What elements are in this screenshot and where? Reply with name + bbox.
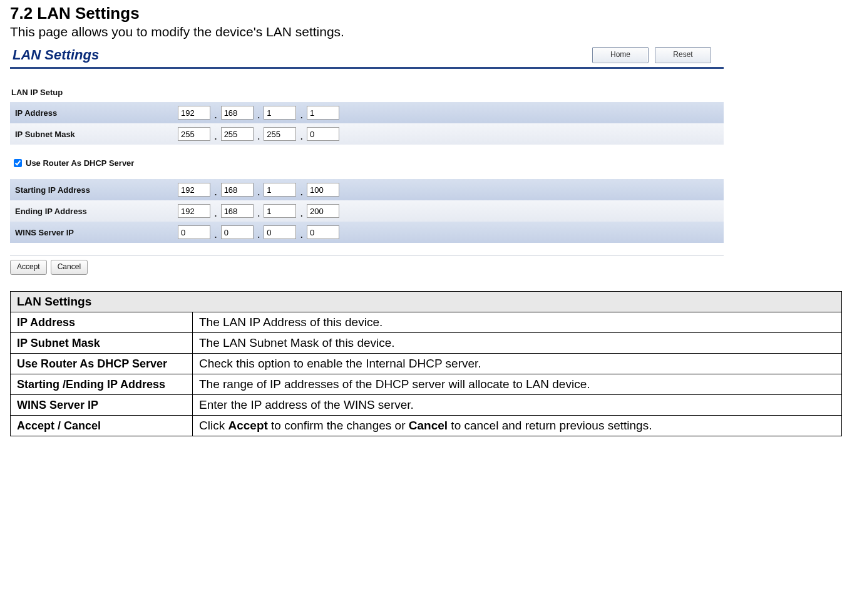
ip-dot: . xyxy=(210,210,218,216)
desc-value: Check this option to enable the Internal… xyxy=(193,354,842,374)
ip-dot: . xyxy=(254,133,262,139)
ip-dot: . xyxy=(210,111,218,118)
lan-settings-description-table: LAN Settings IP Address The LAN IP Addre… xyxy=(10,291,842,436)
table-row: IP Subnet Mask The LAN Subnet Mask of th… xyxy=(11,333,842,354)
starting-ip-row: Starting IP Address . . . xyxy=(10,179,724,200)
ip-dot: . xyxy=(254,188,262,195)
header-divider xyxy=(10,67,724,69)
desc-key: Use Router As DHCP Server xyxy=(11,354,193,374)
dhcp-range-table: Starting IP Address . . . Ending IP Addr… xyxy=(10,179,724,243)
wins-octet-2[interactable] xyxy=(221,225,254,239)
ip-dot: . xyxy=(210,188,218,195)
ending-ip-octet-3[interactable] xyxy=(264,204,296,218)
ip-dot: . xyxy=(254,231,262,237)
subnet-mask-row: IP Subnet Mask . . . xyxy=(10,123,724,145)
wins-octet-4[interactable] xyxy=(307,225,339,239)
ending-ip-row: Ending IP Address . . . xyxy=(10,200,724,222)
table-row: Accept / Cancel Click Accept to confirm … xyxy=(11,416,842,436)
wins-octet-1[interactable] xyxy=(178,225,210,239)
wins-octet-3[interactable] xyxy=(264,225,296,239)
ip-dot: . xyxy=(254,111,262,118)
table-row: Starting /Ending IP Address The range of… xyxy=(11,374,842,395)
home-button[interactable]: Home xyxy=(592,47,649,63)
starting-ip-octet-2[interactable] xyxy=(221,183,254,197)
ip-dot: . xyxy=(254,210,262,216)
desc-bold-cancel: Cancel xyxy=(409,419,448,432)
ip-dot: . xyxy=(210,231,218,237)
wins-server-label: WINS Server IP xyxy=(10,222,178,243)
desc-value: Enter the IP address of the WINS server. xyxy=(193,395,842,416)
ip-dot: . xyxy=(210,133,218,139)
desc-key: IP Subnet Mask xyxy=(11,333,193,354)
page-number: 45 xyxy=(839,449,852,451)
desc-bold-accept: Accept xyxy=(228,419,267,432)
starting-ip-octet-3[interactable] xyxy=(264,183,296,197)
desc-key: Accept / Cancel xyxy=(11,416,193,436)
desc-value: The LAN Subnet Mask of this device. xyxy=(193,333,842,354)
table-row: IP Address The LAN IP Address of this de… xyxy=(11,312,842,333)
cancel-button[interactable]: Cancel xyxy=(51,260,88,275)
use-router-as-dhcp-checkbox[interactable] xyxy=(14,159,22,167)
subnet-octet-1[interactable] xyxy=(178,127,210,141)
desc-value: The range of IP addresses of the DHCP se… xyxy=(193,374,842,395)
ip-dot: . xyxy=(296,133,304,139)
thin-divider xyxy=(10,255,724,256)
starting-ip-octet-1[interactable] xyxy=(178,183,210,197)
section-heading: 7.2 LAN Settings xyxy=(10,4,842,23)
desc-key: IP Address xyxy=(11,312,193,333)
desc-text: to confirm the changes or xyxy=(268,419,409,432)
table-row: Use Router As DHCP Server Check this opt… xyxy=(11,354,842,374)
ip-address-octet-1[interactable] xyxy=(178,106,210,120)
lan-settings-screenshot: LAN Settings Home Reset LAN IP Setup IP … xyxy=(10,43,724,275)
desc-table-header: LAN Settings xyxy=(11,292,842,312)
ip-address-octet-3[interactable] xyxy=(264,106,296,120)
ip-dot: . xyxy=(296,231,304,237)
subnet-octet-2[interactable] xyxy=(221,127,254,141)
subnet-octet-4[interactable] xyxy=(307,127,339,141)
ip-dot: . xyxy=(296,188,304,195)
subnet-mask-label: IP Subnet Mask xyxy=(10,123,178,145)
desc-text: to cancel and return previous settings. xyxy=(448,419,652,432)
ip-address-label: IP Address xyxy=(10,102,178,123)
table-row: WINS Server IP Enter the IP address of t… xyxy=(11,395,842,416)
ending-ip-octet-2[interactable] xyxy=(221,204,254,218)
ending-ip-octet-1[interactable] xyxy=(178,204,210,218)
ip-address-octet-2[interactable] xyxy=(221,106,254,120)
lan-ip-setup-table: IP Address . . . IP Subnet Mask . . . xyxy=(10,102,724,145)
lan-ip-setup-label: LAN IP Setup xyxy=(11,88,724,97)
desc-value-accept-cancel: Click Accept to confirm the changes or C… xyxy=(193,416,842,436)
accept-button[interactable]: Accept xyxy=(10,260,47,275)
desc-value: The LAN IP Address of this device. xyxy=(193,312,842,333)
section-intro: This page allows you to modify the devic… xyxy=(10,24,842,39)
panel-title: LAN Settings xyxy=(10,47,592,63)
desc-key: WINS Server IP xyxy=(11,395,193,416)
wins-server-row: WINS Server IP . . . xyxy=(10,222,724,243)
ending-ip-octet-4[interactable] xyxy=(307,204,339,218)
ip-address-octet-4[interactable] xyxy=(307,106,339,120)
use-router-as-dhcp-label: Use Router As DHCP Server xyxy=(26,158,134,168)
desc-text: Click xyxy=(199,419,228,432)
ip-dot: . xyxy=(296,111,304,118)
ending-ip-label: Ending IP Address xyxy=(10,200,178,222)
starting-ip-octet-4[interactable] xyxy=(307,183,339,197)
reset-button[interactable]: Reset xyxy=(655,47,711,63)
desc-key: Starting /Ending IP Address xyxy=(11,374,193,395)
ip-address-row: IP Address . . . xyxy=(10,102,724,123)
ip-dot: . xyxy=(296,210,304,216)
starting-ip-label: Starting IP Address xyxy=(10,179,178,200)
subnet-octet-3[interactable] xyxy=(264,127,296,141)
